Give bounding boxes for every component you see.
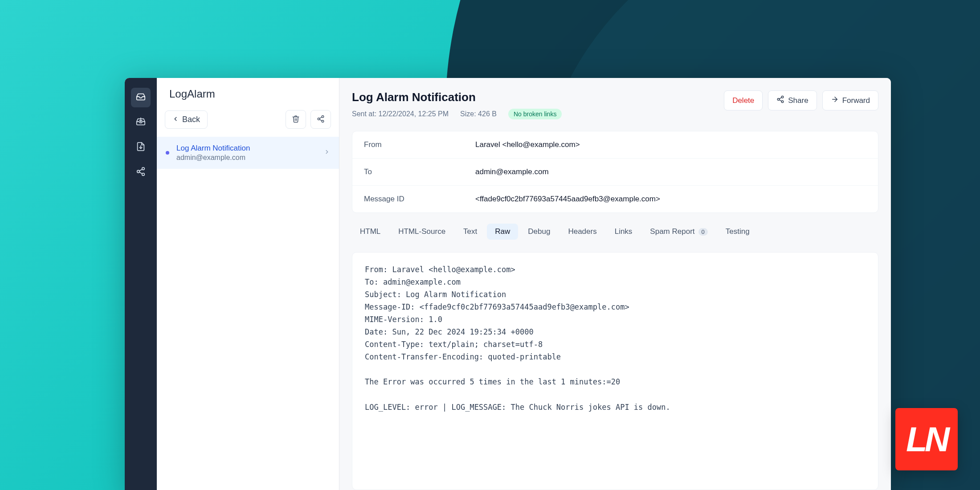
inbox-tray-icon [136, 92, 146, 103]
tab-spam-report[interactable]: Spam Report 0 [642, 224, 715, 240]
back-button[interactable]: Back [165, 110, 208, 129]
arrow-right-icon [831, 95, 839, 106]
meta-from-value: Laravel <hello@example.com> [475, 140, 580, 149]
rail-download-file[interactable] [131, 138, 151, 157]
tab-spam-label: Spam Report [650, 227, 694, 236]
main-header: Log Alarm Notification Sent at: 12/22/20… [352, 90, 878, 119]
svg-line-16 [780, 98, 782, 99]
share-label: Share [788, 96, 808, 105]
tab-raw[interactable]: Raw [487, 224, 518, 240]
svg-line-11 [319, 117, 322, 118]
main-panel: Log Alarm Notification Sent at: 12/22/20… [339, 78, 891, 490]
size-value: 426 B [478, 110, 497, 118]
svg-line-6 [139, 169, 142, 171]
raw-content: From: Laravel <hello@example.com> To: ad… [352, 252, 878, 490]
spam-count-badge: 0 [698, 228, 708, 236]
tab-html[interactable]: HTML [352, 224, 388, 240]
size: Size: 426 B [460, 110, 497, 118]
svg-line-5 [139, 172, 142, 174]
share-icon [317, 115, 325, 124]
delete-button[interactable]: Delete [724, 90, 763, 110]
brand-logo-text: LN [906, 419, 947, 460]
meta-card: From Laravel <hello@example.com> To admi… [352, 131, 878, 213]
file-download-icon [136, 142, 146, 153]
message-list-item[interactable]: Log Alarm Notification admin@example.com [157, 137, 339, 169]
meta-row-from: From Laravel <hello@example.com> [352, 131, 878, 159]
meta-from-label: From [364, 140, 475, 149]
app-window: LogAlarm Back [125, 78, 891, 490]
share-icon-button[interactable] [310, 110, 331, 129]
page-title: Log Alarm Notification [352, 90, 562, 104]
forward-button[interactable]: Forward [822, 90, 878, 110]
sent-at: Sent at: 12/22/2024, 12:25 PM [352, 110, 449, 118]
header-actions: Delete Share Forward [724, 90, 878, 110]
nav-rail [125, 78, 157, 490]
chevron-right-icon [324, 149, 330, 157]
tab-links[interactable]: Links [607, 224, 641, 240]
content-tabs: HTML HTML-Source Text Raw Debug Headers … [352, 224, 878, 240]
unread-indicator [166, 151, 169, 155]
sent-at-value: 12/22/2024, 12:25 PM [379, 110, 449, 118]
meta-msgid-label: Message ID [364, 195, 475, 204]
svg-line-10 [319, 119, 322, 121]
links-status-badge: No broken links [508, 109, 562, 119]
message-title: Log Alarm Notification [176, 144, 324, 153]
meta-to-label: To [364, 167, 475, 176]
tab-text[interactable]: Text [455, 224, 485, 240]
meta-msgid-value: <ffade9cf0c2bf77693a57445aad9efb3@exampl… [475, 195, 660, 204]
share-button[interactable]: Share [768, 90, 817, 110]
svg-line-15 [780, 100, 782, 101]
meta-to-value: admin@example.com [475, 167, 549, 176]
meta-row-to: To admin@example.com [352, 159, 878, 186]
archive-tray-icon [136, 117, 146, 128]
tab-html-source[interactable]: HTML-Source [390, 224, 453, 240]
sent-at-label: Sent at: [352, 110, 376, 118]
chevron-left-icon [172, 115, 179, 124]
rail-share[interactable] [131, 163, 151, 182]
delete-icon-button[interactable] [286, 110, 306, 129]
list-toolbar: Back [157, 104, 339, 137]
forward-label: Forward [842, 96, 870, 105]
delete-label: Delete [732, 96, 754, 105]
meta-row-msgid: Message ID <ffade9cf0c2bf77693a57445aad9… [352, 186, 878, 212]
size-label: Size: [460, 110, 476, 118]
trash-icon [292, 115, 300, 124]
page-subheader: Sent at: 12/22/2024, 12:25 PM Size: 426 … [352, 109, 562, 119]
share-icon [136, 167, 146, 178]
inbox-title: LogAlarm [157, 78, 339, 104]
rail-inbox[interactable] [131, 88, 151, 107]
rail-archive[interactable] [131, 113, 151, 132]
message-recipient: admin@example.com [176, 154, 324, 162]
back-label: Back [182, 115, 200, 124]
tab-debug[interactable]: Debug [520, 224, 558, 240]
brand-logo: LN [895, 408, 958, 470]
tab-headers[interactable]: Headers [560, 224, 604, 240]
share-icon [776, 95, 784, 106]
tab-testing[interactable]: Testing [718, 224, 758, 240]
message-list-panel: LogAlarm Back [157, 78, 339, 490]
